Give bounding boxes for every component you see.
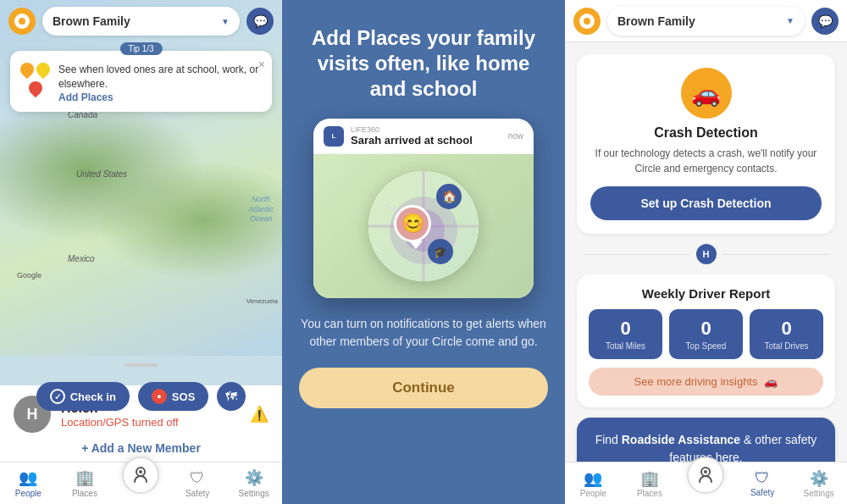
pin-red: [29, 81, 42, 98]
family-name: Brown Family: [53, 14, 130, 28]
notification-card: L LIFE360 Sarah arrived at school now: [313, 119, 534, 154]
p3-message-icon: 💬: [818, 14, 833, 28]
roadside-assistance-card[interactable]: Find Roadside Assistance & other safety …: [577, 418, 835, 462]
svg-point-6: [704, 470, 707, 474]
nav-item-people[interactable]: 👥 People: [7, 468, 49, 498]
p3-nav-settings-label: Settings: [804, 489, 834, 498]
home-pin: 🏠: [436, 184, 462, 209]
stat-total-drives: 0 Total Drives: [750, 309, 823, 359]
sos-button[interactable]: ● SOS: [138, 382, 208, 411]
total-drives-value: 0: [755, 318, 818, 340]
app-name: LIFE360: [351, 125, 501, 134]
action-buttons: ✓ Check in ● SOS 🗺: [0, 382, 282, 411]
nav-people-label: People: [15, 489, 42, 498]
phone-mockup: L LIFE360 Sarah arrived at school now 😊: [313, 119, 534, 298]
p3-messages-button[interactable]: 💬: [811, 8, 839, 35]
panel-2: Add Places your family visits often, lik…: [282, 0, 565, 504]
add-member-button[interactable]: + Add a New Member: [14, 441, 268, 455]
p3-nav-item-places[interactable]: 🏢 Places: [628, 469, 671, 498]
p3-nav-item-safety[interactable]: 🛡 Safety: [741, 469, 783, 497]
avatar-circle: H: [696, 244, 717, 264]
message-icon: 💬: [253, 14, 268, 28]
tip-card: Tip 1/3 × See when loved ones are at sch…: [10, 51, 272, 112]
map-layers-button[interactable]: 🗺: [217, 382, 246, 411]
drag-handle[interactable]: [125, 363, 158, 367]
panel-1: Canada United States Mexico NorthAtlanti…: [0, 0, 282, 504]
app-icon-label: L: [332, 132, 336, 140]
person-avatar: 😊: [394, 205, 431, 242]
stat-top-speed: 0 Top Speed: [669, 309, 743, 359]
avatar-letter: H: [703, 249, 710, 259]
p3-family-selector[interactable]: Brown Family ▼: [607, 7, 805, 36]
map-circle: 😊 🏠 🎓: [368, 171, 479, 281]
p3-chevron-down-icon: ▼: [786, 16, 794, 25]
p3-logo-button[interactable]: [573, 8, 601, 35]
member-status: Location/GPS turned off: [61, 416, 240, 429]
tip-text: See when loved ones are at school, work,…: [58, 63, 262, 103]
notification-message: Sarah arrived at school: [351, 134, 501, 147]
nav-places-label: Places: [72, 489, 97, 498]
driver-report-title: Weekly Driver Report: [589, 286, 823, 301]
person-emoji: 😊: [401, 213, 424, 235]
map-label-venezuela: Venezuela: [246, 297, 278, 305]
p3-nav-item-settings[interactable]: ⚙️ Settings: [798, 469, 840, 498]
close-icon[interactable]: ×: [258, 58, 265, 71]
panel3-content: 🚗 Crash Detection If our technology dete…: [565, 42, 847, 462]
top-bar: Brown Family ▼ 💬: [0, 0, 282, 42]
checkin-button[interactable]: ✓ Check in: [36, 382, 130, 411]
tip-content: See when loved ones are at school, work,…: [20, 63, 262, 103]
driving-insights-button[interactable]: See more driving insights 🚗: [589, 368, 823, 396]
nav-safety-label: Safety: [185, 489, 209, 498]
nav-item-settings[interactable]: ⚙️ Settings: [233, 468, 275, 498]
p3-nav-places-label: Places: [637, 489, 662, 498]
divider-line-right: [723, 254, 829, 255]
p3-nav-people-label: People: [580, 489, 606, 498]
logo-dot: [19, 18, 25, 25]
nav-item-places[interactable]: 🏢 Places: [64, 468, 106, 498]
stat-total-miles: 0 Total Miles: [589, 309, 662, 359]
car-icon: 🚗: [764, 375, 778, 388]
p3-logo-dot: [584, 18, 590, 25]
p3-places-icon: 🏢: [640, 469, 659, 488]
map-label-google: Google: [17, 271, 42, 280]
tip-badge: Tip 1/3: [119, 42, 162, 55]
panel3-bottom-nav: 👥 People 🏢 Places 🛡 Safety ⚙️ Settings: [565, 462, 847, 504]
driver-report-card: Weekly Driver Report 0 Total Miles 0 Top…: [577, 274, 835, 407]
total-miles-label: Total Miles: [594, 341, 657, 351]
p3-people-icon: 👥: [584, 469, 602, 488]
divider-line-left: [584, 254, 689, 255]
panel2-title: Add Places your family visits often, lik…: [299, 25, 548, 102]
nav-item-safety[interactable]: 🛡 Safety: [176, 469, 219, 498]
p3-settings-icon: ⚙️: [810, 469, 828, 488]
top-speed-label: Top Speed: [674, 341, 738, 351]
total-drives-label: Total Drives: [755, 341, 818, 351]
family-selector[interactable]: Brown Family ▼: [42, 7, 240, 36]
sos-icon: ●: [152, 389, 167, 404]
layers-icon: 🗺: [225, 390, 237, 403]
school-icon: 🎓: [434, 246, 447, 258]
top-speed-value: 0: [674, 318, 738, 340]
sos-label: SOS: [172, 390, 195, 403]
p3-nav-safety-label: Safety: [750, 488, 774, 497]
pin-row: [20, 63, 50, 80]
nav-settings-label: Settings: [239, 489, 269, 498]
map-label-canada: Canada: [68, 110, 97, 119]
crash-detection-card: 🚗 Crash Detection If our technology dete…: [577, 54, 835, 234]
logo-button[interactable]: [8, 8, 36, 35]
p3-family-name: Brown Family: [617, 14, 695, 28]
p3-nav-item-center[interactable]: [684, 474, 727, 494]
nav-item-center[interactable]: [119, 474, 162, 494]
messages-button[interactable]: 💬: [246, 8, 274, 35]
setup-crash-detection-button[interactable]: Set up Crash Detection: [590, 186, 822, 220]
life360-app-icon: L: [324, 126, 344, 147]
p3-nav-item-people[interactable]: 👥 People: [572, 469, 614, 498]
map-label-mexico: Mexico: [68, 254, 95, 263]
crash-icon-circle: 🚗: [681, 68, 732, 119]
check-icon: ✓: [50, 389, 65, 404]
pin-yellow: [36, 63, 50, 80]
crash-title: Crash Detection: [654, 125, 758, 141]
add-places-link[interactable]: Add Places: [58, 91, 262, 103]
notification-time: now: [508, 131, 523, 141]
continue-button[interactable]: Continue: [299, 368, 548, 408]
roadside-text-part1: Find: [595, 433, 622, 446]
